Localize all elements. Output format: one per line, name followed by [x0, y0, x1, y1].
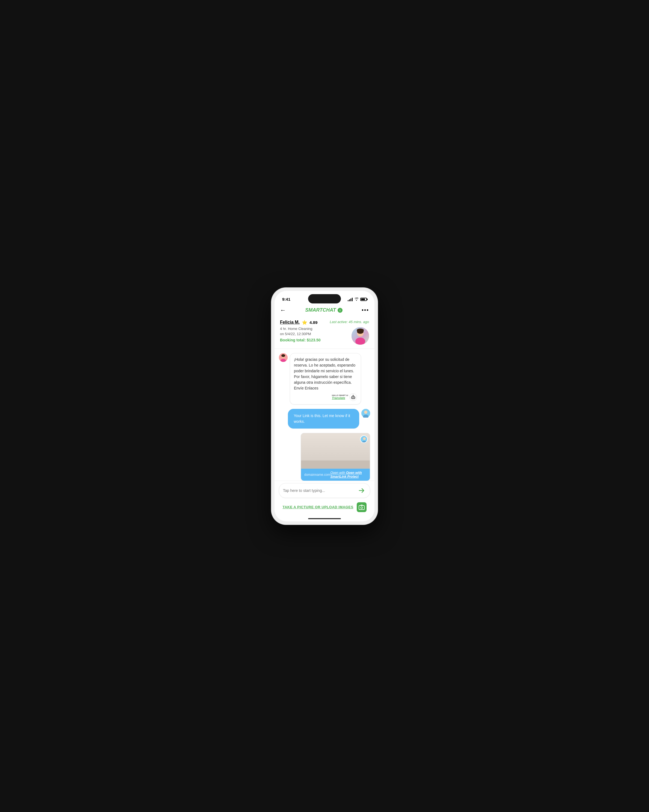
message-text-1: ¡Hola! gracias por su solicitud de reser… [294, 357, 357, 391]
last-active-value: 45 mins. ago [349, 320, 369, 324]
svg-point-8 [281, 354, 285, 357]
hallo-label-1: HALLO SMART Ai [332, 394, 348, 396]
link-preview-card[interactable]: domainname.com Open with Open with Smart… [301, 433, 370, 481]
user-rating: 4.89 [310, 320, 318, 325]
user-name[interactable]: Felicia M. [280, 320, 300, 325]
sender-avatar-out-1 [361, 409, 370, 418]
home-bar [308, 518, 341, 519]
info-badge[interactable]: i [337, 308, 342, 313]
booking-total-value: $123.50 [307, 338, 321, 342]
sender-avatar-1 [279, 353, 288, 362]
upload-icon-button[interactable] [357, 502, 366, 512]
message-input[interactable] [283, 488, 354, 493]
input-row [279, 483, 370, 498]
signal-icon [348, 298, 353, 301]
wifi-icon [354, 297, 359, 302]
booking-details: 4 hr. Home Cleaning on 5/4/22, 12:30PM [280, 326, 330, 337]
star-icon: ⭐ [302, 320, 307, 325]
phone-frame: 9:41 ← SMARTCHAT [271, 288, 378, 525]
upload-row: TAKE A PICTURE OR UPLOAD IMAGES [275, 499, 374, 516]
avatar [351, 327, 369, 345]
translate-text-1: HALLO SMART Ai Translate [332, 394, 348, 400]
user-card: Felicia M. ⭐ 4.89 4 hr. Home Cleaning on… [275, 316, 374, 349]
avatar-image [351, 327, 369, 345]
link-domain: domainname.com [304, 473, 330, 476]
more-button[interactable]: ••• [362, 307, 369, 313]
battery-icon [360, 298, 367, 301]
user-name-row: Felicia M. ⭐ 4.89 [280, 320, 330, 325]
booking-total-label: Booking total: [280, 338, 305, 342]
booking-date: on 5/4/22, 12:30PM [280, 331, 330, 337]
send-button[interactable] [357, 486, 366, 495]
status-time: 9:41 [282, 297, 290, 302]
booking-total: Booking total: $123.50 [280, 338, 330, 342]
link-open-button[interactable]: Open with Open with SmartLink Protect [330, 471, 366, 479]
svg-rect-46 [360, 505, 363, 506]
link-preview-image [301, 433, 370, 469]
link-avatar-sm [360, 435, 368, 443]
svg-rect-10 [352, 397, 353, 398]
info-icon: i [339, 308, 341, 312]
upload-text[interactable]: TAKE A PICTURE OR UPLOAD IMAGES [283, 505, 353, 509]
message-row-2: Your Link is this. Let me know if it wor… [279, 409, 370, 429]
svg-rect-11 [353, 397, 354, 398]
user-info: Felicia M. ⭐ 4.89 4 hr. Home Cleaning on… [280, 320, 330, 342]
smart-link-text: Open with SmartLink Protect [330, 471, 362, 479]
svg-rect-9 [351, 396, 355, 399]
message-row-1: ¡Hola! gracias por su solicitud de reser… [279, 353, 370, 404]
message-bubble-1: ¡Hola! gracias por su solicitud de reser… [290, 353, 361, 404]
header-title: SMARTCHAT i [305, 307, 342, 313]
svg-rect-12 [353, 397, 353, 398]
last-active-label: Last active: [330, 320, 348, 324]
last-active: Last active: 45 mins. ago [330, 320, 369, 324]
svg-point-30 [363, 437, 366, 440]
status-icons [348, 297, 367, 302]
svg-point-4 [357, 328, 364, 332]
back-button[interactable]: ← [280, 307, 286, 314]
svg-point-45 [360, 507, 362, 508]
dynamic-island [308, 294, 341, 304]
message-text-2: Your Link is this. Let me know if it wor… [294, 413, 353, 424]
translate-badge-1[interactable]: HALLO SMART Ai Translate [294, 393, 357, 401]
link-preview-bar: domainname.com Open with Open with Smart… [301, 469, 370, 481]
booking-service: 4 hr. Home Cleaning [280, 326, 330, 331]
chat-area: ¡Hola! gracias por su solicitud de reser… [275, 349, 374, 481]
message-row-3: domainname.com Open with Open with Smart… [279, 433, 370, 481]
translate-link-1[interactable]: Translate [332, 396, 345, 400]
header: ← SMARTCHAT i ••• [275, 305, 374, 316]
svg-point-13 [352, 395, 353, 396]
svg-point-18 [364, 411, 367, 414]
phone-screen: 9:41 ← SMARTCHAT [275, 291, 374, 521]
svg-rect-44 [359, 505, 364, 510]
home-indicator [275, 516, 374, 521]
input-area [275, 481, 374, 499]
message-bubble-2: Your Link is this. Let me know if it wor… [288, 409, 359, 429]
translate-robot-1 [349, 393, 357, 401]
header-title-text: SMARTCHAT [305, 307, 336, 313]
